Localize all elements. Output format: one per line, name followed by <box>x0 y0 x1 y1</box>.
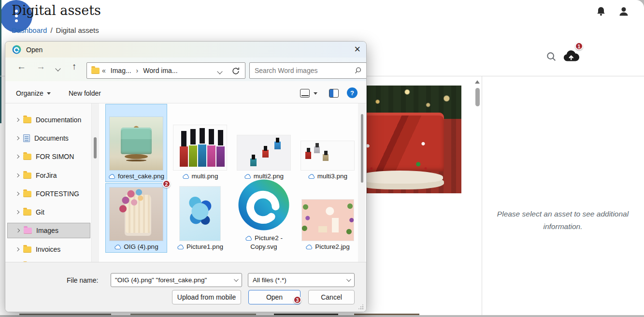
folder-icon-pink <box>24 228 32 234</box>
file-item-oig4[interactable]: 2 OIG (4).png <box>105 183 167 253</box>
sidebar-item-invoices[interactable]: Invoices <box>7 242 90 257</box>
chevron-right-icon[interactable] <box>15 136 19 140</box>
sidebar-item-fortesting[interactable]: FORTESTING <box>7 186 90 202</box>
file-name-input[interactable] <box>111 276 234 284</box>
folder-icon <box>23 154 31 160</box>
file-name: multi.png <box>192 173 218 180</box>
address-overflow-chevron[interactable]: « <box>100 67 108 74</box>
folder-icon <box>91 68 100 74</box>
onedrive-cloud-icon <box>305 245 313 250</box>
file-item-multi[interactable]: multi.png <box>169 104 231 182</box>
dialog-close-button[interactable]: × <box>354 43 360 56</box>
help-button[interactable]: ? <box>347 87 358 98</box>
file-name-combobox[interactable] <box>111 273 242 287</box>
preview-pane-button[interactable] <box>329 89 339 98</box>
cancel-button[interactable]: Cancel <box>308 290 355 304</box>
file-name: OIG (4).png <box>124 243 158 250</box>
open-button[interactable]: Open <box>248 290 301 304</box>
file-name: Picture2.jpg <box>315 243 349 250</box>
kebab-menu-icon <box>15 14 18 17</box>
red-cake-stand <box>357 171 443 184</box>
folder-icon <box>23 246 31 253</box>
chevron-right-icon[interactable] <box>16 229 20 232</box>
documents-icon <box>23 134 30 142</box>
file-item-picture1[interactable]: Picture1.png <box>169 183 231 253</box>
change-view-button[interactable] <box>300 89 310 98</box>
page-search-button[interactable] <box>545 51 557 63</box>
annotation-badge-3: 3 <box>293 296 301 304</box>
chevron-down-icon[interactable] <box>234 277 239 282</box>
file-thumbnail <box>110 117 163 170</box>
right-panel-divider <box>482 76 482 317</box>
dialog-titlebar[interactable]: Open <box>5 42 366 58</box>
file-item-forest-cake[interactable]: forest_cake.png <box>105 104 167 182</box>
breadcrumb-current: Digital assets <box>56 26 99 34</box>
chevron-right-icon[interactable] <box>15 210 19 214</box>
search-icon[interactable] <box>354 67 362 74</box>
chevron-right-icon[interactable] <box>15 247 19 251</box>
onedrive-cloud-icon <box>182 174 190 179</box>
chevron-down-icon[interactable] <box>346 277 351 282</box>
upload-assets-button[interactable] <box>562 49 580 64</box>
refresh-icon[interactable] <box>231 67 240 75</box>
dialog-search-box <box>249 62 367 79</box>
dialog-resize-grip[interactable] <box>358 304 363 309</box>
folder-tree: Documentation Documents FOR SIMON ForJir… <box>5 103 99 262</box>
breadcrumb: Dashboard/Digital assets <box>12 26 99 34</box>
filelist-scrollbar-thumb[interactable] <box>361 114 363 183</box>
content-scroll-up[interactable] <box>475 80 480 84</box>
edge-icon <box>12 45 21 54</box>
account-button[interactable] <box>617 6 630 18</box>
file-item-multi3[interactable]: multi3.png <box>297 104 358 182</box>
address-crumb-images[interactable]: Imag... <box>108 67 134 74</box>
notifications-button[interactable] <box>595 6 607 18</box>
sidebar-item-git[interactable]: Git <box>7 204 90 220</box>
nav-back-button[interactable]: ← <box>17 60 26 73</box>
sidebar-scrollbar-thumb[interactable] <box>94 137 97 158</box>
digital-assets-page: Digital assets Dashboard/Digital assets … <box>0 0 644 317</box>
chevron-right-icon[interactable] <box>15 173 19 177</box>
person-icon <box>618 6 630 17</box>
sidebar-item-for-simon[interactable]: FOR SIMON <box>7 149 90 164</box>
file-thumbnail <box>302 200 354 241</box>
new-folder-button[interactable]: New folder <box>69 89 101 97</box>
file-item-multi2[interactable]: multi2.png <box>233 104 295 182</box>
file-type-value: All files (*.*) <box>253 276 286 284</box>
breadcrumb-separator: / <box>50 26 52 34</box>
upload-from-mobile-button[interactable]: Upload from mobile <box>172 290 241 304</box>
address-crumb-word-images[interactable]: Word ima... <box>141 67 180 74</box>
file-name: Picture2 - Copy.svg <box>250 234 283 250</box>
onedrive-cloud-icon <box>245 236 253 241</box>
sidebar-item-jre[interactable]: jre1.8.0_221 <box>7 258 90 262</box>
open-file-dialog: Open × ← → ↑ « Imag... › Word ima... <box>5 41 367 312</box>
sidebar-scrollbar-track[interactable] <box>91 103 99 262</box>
dialog-search-input[interactable] <box>250 67 354 74</box>
file-thumbnail <box>180 187 220 241</box>
onedrive-cloud-icon <box>114 245 122 250</box>
view-options-chevron[interactable] <box>314 92 317 95</box>
sidebar-item-documents[interactable]: Documents <box>7 130 90 146</box>
sidebar-item-forjira[interactable]: ForJira <box>7 168 90 183</box>
address-bar[interactable]: « Imag... › Word ima... <box>86 62 245 79</box>
nav-up-button[interactable]: ↑ <box>72 60 77 73</box>
file-item-picture2-copy[interactable]: Picture2 - Copy.svg <box>233 183 295 253</box>
asset-info-empty-message: Please select an asset to see additional… <box>492 208 634 232</box>
nav-forward-button[interactable]: → <box>36 60 45 73</box>
annotation-badge-2: 2 <box>162 180 171 188</box>
chevron-right-icon[interactable] <box>15 192 19 196</box>
sidebar-item-images[interactable]: Images <box>7 223 90 238</box>
chevron-right-icon[interactable] <box>15 155 19 158</box>
file-item-picture2-jpg[interactable]: Picture2.jpg <box>297 183 358 253</box>
organize-label: Organize <box>16 89 43 97</box>
content-scrollbar-thumb[interactable] <box>475 88 480 106</box>
file-type-dropdown[interactable]: All files (*.*) <box>248 273 355 287</box>
address-dropdown-chevron[interactable] <box>217 69 222 74</box>
organize-button[interactable]: Organize <box>16 89 51 97</box>
folder-icon <box>23 173 31 179</box>
breadcrumb-dashboard-link[interactable]: Dashboard <box>12 26 47 34</box>
dialog-title: Open <box>26 46 43 54</box>
chevron-right-icon[interactable] <box>15 118 19 122</box>
cloud-upload-icon <box>562 49 580 63</box>
file-name: Picture1.png <box>186 243 223 250</box>
sidebar-item-documentation[interactable]: Documentation <box>7 112 90 128</box>
